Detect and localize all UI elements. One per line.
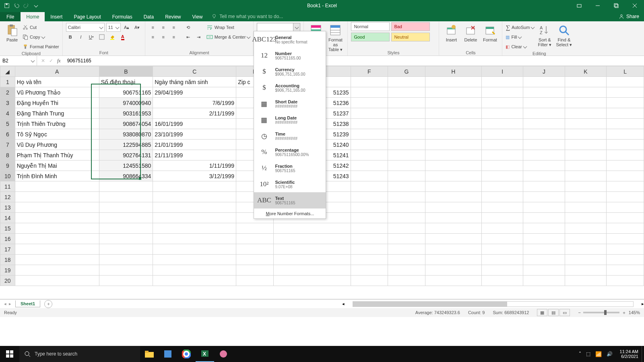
cell[interactable]: [425, 223, 481, 234]
numfmt-number[interactable]: 12Number906751165.00: [254, 47, 326, 64]
cell[interactable]: [351, 244, 388, 255]
cell[interactable]: [523, 98, 565, 108]
cell[interactable]: [273, 255, 351, 265]
tab-data[interactable]: Data: [138, 12, 159, 21]
cell[interactable]: [481, 202, 523, 213]
cell[interactable]: 21/01/1999: [153, 140, 236, 150]
col-header-K[interactable]: K: [565, 66, 606, 77]
orientation-icon[interactable]: ⟲: [184, 23, 193, 32]
cell[interactable]: [607, 244, 644, 255]
cell[interactable]: [565, 192, 606, 202]
cell[interactable]: [425, 171, 481, 181]
start-button[interactable]: [0, 346, 19, 362]
cell[interactable]: [523, 213, 565, 223]
cell[interactable]: [153, 265, 236, 276]
tab-review[interactable]: Review: [159, 12, 186, 21]
col-header-J[interactable]: J: [523, 66, 565, 77]
cell[interactable]: [425, 150, 481, 160]
cell[interactable]: [99, 255, 153, 265]
cell-styles-gallery[interactable]: Normal Bad Good Neutral: [351, 22, 436, 41]
cell[interactable]: [481, 244, 523, 255]
cell[interactable]: Tô Sỹ Ngọc: [15, 129, 99, 140]
cell[interactable]: [388, 140, 425, 150]
cell[interactable]: [523, 87, 565, 98]
cell[interactable]: [565, 119, 606, 129]
cell[interactable]: [565, 108, 606, 119]
merge-button[interactable]: Merge & Center: [206, 33, 250, 41]
cell[interactable]: [351, 160, 388, 171]
cell[interactable]: [388, 255, 425, 265]
delete-cells-button[interactable]: Delete: [462, 22, 479, 42]
cell[interactable]: [425, 119, 481, 129]
cell[interactable]: [523, 108, 565, 119]
copy-button[interactable]: Copy: [23, 33, 59, 41]
cell[interactable]: [153, 276, 236, 286]
cell[interactable]: 908664334: [99, 171, 153, 181]
tray-wifi-icon[interactable]: 📶: [595, 351, 602, 357]
cell[interactable]: [481, 192, 523, 202]
row-header-15[interactable]: 15: [0, 223, 15, 234]
close-icon[interactable]: [625, 0, 644, 11]
clear-button[interactable]: ◧Clear: [506, 42, 534, 51]
style-bad[interactable]: Bad: [391, 22, 430, 31]
row-header-4[interactable]: 4: [0, 108, 15, 119]
zoom-in-icon[interactable]: ＋: [622, 310, 626, 316]
cell[interactable]: 1/11/1999: [153, 160, 236, 171]
cell[interactable]: [565, 234, 606, 244]
chevron-down-icon[interactable]: [293, 23, 300, 31]
enter-formula-icon[interactable]: ✓: [49, 58, 53, 64]
italic-button[interactable]: I: [76, 33, 85, 41]
cell[interactable]: Trịnh Thiên Trường: [15, 119, 99, 129]
cell[interactable]: [388, 77, 425, 87]
tab-insert[interactable]: Insert: [45, 12, 68, 21]
zoom-level[interactable]: 145%: [629, 310, 640, 315]
format-as-table-button[interactable]: Format asTable ▾: [326, 22, 344, 52]
numfmt-percentage[interactable]: %Percentage90675116500.00%: [254, 144, 326, 160]
cell[interactable]: [273, 234, 351, 244]
cell[interactable]: [425, 87, 481, 98]
cell[interactable]: [425, 98, 481, 108]
cell[interactable]: [523, 244, 565, 255]
cell[interactable]: [99, 276, 153, 286]
font-size-combo[interactable]: 11: [106, 23, 121, 32]
insert-cells-button[interactable]: Insert: [442, 22, 460, 42]
ribbon-options-icon[interactable]: [570, 0, 588, 11]
increase-indent-icon[interactable]: ⇥: [194, 33, 203, 41]
cell[interactable]: [523, 160, 565, 171]
view-page-break-icon[interactable]: ▭: [559, 309, 570, 316]
cell[interactable]: Đặng Huyền Thi: [15, 98, 99, 108]
cell[interactable]: [523, 77, 565, 87]
cell[interactable]: [15, 244, 99, 255]
cell[interactable]: [523, 202, 565, 213]
cell[interactable]: [388, 244, 425, 255]
cell[interactable]: [565, 140, 606, 150]
cell[interactable]: 124551580: [99, 160, 153, 171]
sheet-tab-active[interactable]: Sheet1: [15, 300, 40, 307]
cell[interactable]: [481, 87, 523, 98]
cell[interactable]: [523, 119, 565, 129]
cell[interactable]: [565, 255, 606, 265]
row-header-18[interactable]: 18: [0, 255, 15, 265]
cell[interactable]: [523, 265, 565, 276]
cell[interactable]: Trịnh Đình Minh: [15, 171, 99, 181]
cell[interactable]: [481, 119, 523, 129]
numfmt-currency[interactable]: $Currency$906,751,165.00: [254, 64, 326, 80]
cell[interactable]: [481, 98, 523, 108]
col-header-L[interactable]: L: [607, 66, 644, 77]
row-header-19[interactable]: 19: [0, 265, 15, 276]
taskbar-search[interactable]: Type here to search: [19, 346, 140, 362]
cell[interactable]: [607, 192, 644, 202]
cell[interactable]: [351, 87, 388, 98]
autosum-button[interactable]: ∑AutoSum: [506, 23, 534, 32]
cell[interactable]: [565, 87, 606, 98]
cell[interactable]: [607, 87, 644, 98]
taskbar-app-explorer[interactable]: [140, 346, 159, 362]
cell[interactable]: 902764131: [99, 150, 153, 160]
numfmt-time[interactable]: ◷Time##########: [254, 128, 326, 144]
cell[interactable]: [236, 223, 274, 234]
row-header-2[interactable]: 2: [0, 87, 15, 98]
cell[interactable]: [351, 265, 388, 276]
cell[interactable]: [388, 276, 425, 286]
cell[interactable]: Phạm Thị Thanh Thùy: [15, 150, 99, 160]
cell[interactable]: [351, 98, 388, 108]
